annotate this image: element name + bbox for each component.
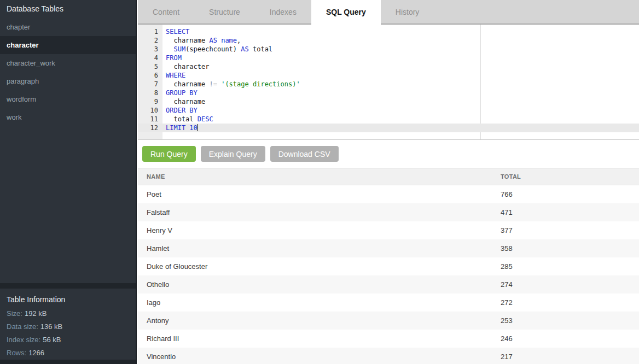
cell-total: 246 xyxy=(492,330,639,348)
sql-token: 10 xyxy=(189,124,197,132)
sql-code: FROM xyxy=(162,54,182,62)
table-row[interactable]: Poet766 xyxy=(138,185,639,204)
tab-bar: ContentStructureIndexesSQL QueryHistory xyxy=(138,0,639,25)
sql-token: WHERE xyxy=(166,72,185,79)
explain-query-button[interactable]: Explain Query xyxy=(201,146,265,162)
table-row[interactable]: Duke of Gloucester285 xyxy=(138,257,639,275)
results-panel: NAMETOTAL Poet766Falstaff471Henry V377Ha… xyxy=(138,168,639,364)
line-number: 6 xyxy=(138,71,162,80)
cell-total: 471 xyxy=(492,203,639,221)
sql-line-8: 8GROUP BY xyxy=(138,89,639,97)
sql-code: GROUP BY xyxy=(162,89,197,97)
sql-line-7: 7 charname != '(stage directions)' xyxy=(138,80,639,89)
sidebar-item-character[interactable]: character xyxy=(0,36,136,54)
sidebar-item-wordform[interactable]: wordform xyxy=(0,90,136,108)
table-info-stat: Size:192 kB xyxy=(0,307,136,320)
sql-token: character xyxy=(166,63,209,71)
column-header-name[interactable]: NAME xyxy=(138,168,492,185)
sql-code: WHERE xyxy=(162,71,185,80)
table-row[interactable]: Vincentio217 xyxy=(138,348,639,364)
tab-structure[interactable]: Structure xyxy=(194,0,255,24)
cell-name: Othello xyxy=(138,275,492,293)
sql-token: DESC xyxy=(197,115,213,123)
cell-name: Poet xyxy=(138,185,492,204)
text-cursor xyxy=(197,124,198,131)
sidebar-item-character_work[interactable]: character_work xyxy=(0,54,136,72)
sql-token: total xyxy=(249,45,272,53)
results-table: NAMETOTAL Poet766Falstaff471Henry V377Ha… xyxy=(138,168,639,364)
main-content: ContentStructureIndexesSQL QueryHistory … xyxy=(138,0,639,364)
line-number: 3 xyxy=(138,45,162,54)
table-row[interactable]: Richard III246 xyxy=(138,330,639,348)
cell-name: Hamlet xyxy=(138,239,492,257)
line-number: 2 xyxy=(138,36,162,45)
stat-label: Index size: xyxy=(7,336,40,344)
table-info-panel: Table Information Size:192 kBData size:1… xyxy=(0,283,136,360)
line-number: 10 xyxy=(138,106,162,115)
cell-total: 377 xyxy=(492,221,639,239)
sql-line-4: 4FROM xyxy=(138,54,639,62)
tab-indexes[interactable]: Indexes xyxy=(255,0,311,24)
cell-name: Falstaff xyxy=(138,203,492,221)
tab-sql-query[interactable]: SQL Query xyxy=(311,0,381,25)
cell-total: 217 xyxy=(492,348,639,364)
cell-name: Antony xyxy=(138,312,492,330)
cell-total: 272 xyxy=(492,293,639,312)
line-number: 8 xyxy=(138,89,162,97)
stat-label: Data size: xyxy=(7,322,38,331)
line-number: 4 xyxy=(138,54,162,62)
cell-name: Duke of Gloucester xyxy=(138,257,492,275)
cell-total: 253 xyxy=(492,312,639,330)
sidebar-item-chapter[interactable]: chapter xyxy=(0,18,136,36)
results-header-row: NAMETOTAL xyxy=(138,168,639,185)
sql-line-2: 2 charname AS name, xyxy=(138,36,639,45)
sql-token: GROUP BY xyxy=(166,89,197,97)
table-row[interactable]: Falstaff471 xyxy=(138,203,639,221)
sidebar-item-work[interactable]: work xyxy=(0,108,136,126)
sidebar-item-paragraph[interactable]: paragraph xyxy=(0,72,136,90)
table-row[interactable]: Antony253 xyxy=(138,312,639,330)
sql-code: charname xyxy=(162,97,205,106)
table-row[interactable]: Othello274 xyxy=(138,275,639,293)
line-number: 11 xyxy=(138,115,162,124)
stat-value: 136 kB xyxy=(40,322,62,331)
table-info-stats: Size:192 kBData size:136 kBIndex size:56… xyxy=(0,307,136,360)
stat-value: 192 kB xyxy=(25,309,47,318)
sql-line-1: 1SELECT xyxy=(138,27,639,36)
query-actions: Run QueryExplain QueryDownload CSV xyxy=(138,140,639,168)
sql-code: total DESC xyxy=(162,115,213,124)
sql-token xyxy=(166,45,173,53)
sql-line-12: 12LIMIT 10 xyxy=(138,124,639,132)
sql-code-lines: 1SELECT2 charname AS name,3 SUM(speechco… xyxy=(138,27,639,132)
sql-token: != xyxy=(209,80,217,88)
sql-token: FROM xyxy=(166,54,182,62)
sql-code: SUM(speechcount) AS total xyxy=(162,45,272,54)
cell-total: 285 xyxy=(492,257,639,275)
sql-token: charname xyxy=(166,80,209,88)
cell-name: Richard III xyxy=(138,330,492,348)
sql-token: SELECT xyxy=(166,28,189,36)
column-header-total[interactable]: TOTAL xyxy=(492,168,639,185)
stat-value: 56 kB xyxy=(43,336,61,344)
table-row[interactable]: Iago272 xyxy=(138,293,639,312)
tab-history[interactable]: History xyxy=(381,0,434,24)
table-row[interactable]: Henry V377 xyxy=(138,221,639,239)
sql-token: name xyxy=(221,37,237,44)
line-number: 7 xyxy=(138,80,162,89)
line-number: 12 xyxy=(138,124,162,132)
run-query-button[interactable]: Run Query xyxy=(142,146,196,162)
sql-token: , xyxy=(237,37,241,44)
sql-token: AS xyxy=(209,37,217,44)
tab-content[interactable]: Content xyxy=(138,0,194,24)
download-csv-button[interactable]: Download CSV xyxy=(270,146,339,162)
sql-editor[interactable]: 1SELECT2 charname AS name,3 SUM(speechco… xyxy=(138,25,639,140)
cell-total: 766 xyxy=(492,185,639,204)
sql-line-5: 5 character xyxy=(138,62,639,71)
sql-line-6: 6WHERE xyxy=(138,71,639,80)
sql-line-9: 9 charname xyxy=(138,97,639,106)
cell-name: Iago xyxy=(138,293,492,312)
table-info-title: Table Information xyxy=(0,289,136,307)
cell-total: 274 xyxy=(492,275,639,293)
table-row[interactable]: Hamlet358 xyxy=(138,239,639,257)
sql-token: ORDER BY xyxy=(166,107,197,114)
